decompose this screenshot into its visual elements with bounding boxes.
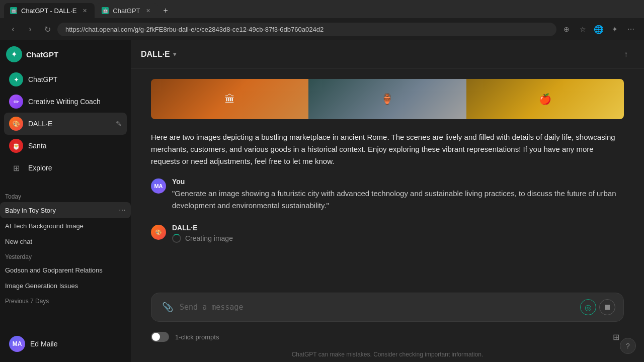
address-bar[interactable]	[57, 23, 556, 36]
history-label-godson: Godson and Godparent Relations	[5, 266, 103, 274]
history-label-new-chat: New chat	[5, 238, 32, 245]
new-tab-button[interactable]: +	[159, 4, 172, 17]
section-today-label: Today	[0, 189, 131, 202]
input-box: 📎 ◎ ⏹	[151, 293, 624, 322]
assistant-sender-label: DALL·E	[172, 224, 624, 232]
tab-label-chatgpt: ChatGPT	[113, 7, 140, 15]
sidebar-item-explore[interactable]: ⊞ Explore	[4, 157, 127, 179]
browser-edge-icon[interactable]: 🌐	[592, 22, 606, 36]
history-more-icon[interactable]: ⋯	[119, 206, 126, 214]
assistant-message-2: 🎨 DALL·E Creating image	[131, 218, 644, 249]
main-header: DALL·E ▾ ↑	[131, 40, 644, 69]
app: ✦ ChatGPT ✦ ChatGPT ✏ Creative Writing C…	[0, 40, 644, 362]
sidebar-item-chatgpt[interactable]: ✦ ChatGPT	[4, 68, 127, 90]
main-content: DALL·E ▾ ↑ 🏛 🏺 🍎 Here are two images dep…	[131, 40, 644, 362]
user-avatar: MA	[9, 336, 25, 352]
user-profile-item[interactable]: MA Ed Maile	[4, 332, 127, 356]
stop-button[interactable]: ⏹	[599, 299, 615, 315]
sidebar-item-creative-writing[interactable]: ✏ Creative Writing Coach	[4, 90, 127, 113]
one-click-toggle[interactable]	[151, 332, 169, 342]
tab-close-chatgpt[interactable]: ✕	[144, 7, 152, 15]
voice-button[interactable]: ◎	[580, 299, 596, 315]
model-name: DALL·E	[141, 50, 170, 59]
sidebar-chatgpt-title: ChatGPT	[26, 50, 58, 59]
sidebar: ✦ ChatGPT ✦ ChatGPT ✏ Creative Writing C…	[0, 40, 131, 362]
creating-image-status: Creating image	[172, 234, 624, 243]
user-message-avatar: MA	[151, 178, 166, 194]
history-item-image-gen[interactable]: Image Generation Issues	[0, 278, 131, 294]
spinner-icon	[172, 234, 181, 243]
history-item-godson[interactable]: Godson and Godparent Relations	[0, 262, 131, 278]
sidebar-header: ✦ ChatGPT	[0, 40, 131, 66]
browser-copilot-button[interactable]: ✦	[608, 22, 622, 36]
history-label-baby-toy-story: Baby in Toy Story	[5, 207, 56, 214]
user-message: MA You "Generate an image showing a futu…	[131, 171, 644, 218]
message-input[interactable]	[180, 302, 576, 313]
history-label-ai-tech: AI Tech Background Image	[5, 222, 84, 230]
tab-label-dalle: ChatGPT - DALL·E	[21, 7, 76, 15]
back-button[interactable]: ‹	[6, 22, 20, 36]
tab-bar: 🤖 ChatGPT - DALL·E ✕ 🤖 ChatGPT ✕ +	[0, 0, 644, 18]
bottom-bar: 1-click prompts ⊞	[131, 326, 644, 349]
user-initials: MA	[13, 340, 22, 347]
disclaimer-text: ChatGPT can make mistakes. Consider chec…	[131, 349, 644, 362]
tab-close-dalle[interactable]: ✕	[80, 7, 89, 15]
assistant-avatar: 🎨	[151, 225, 166, 240]
browser-chrome: 🤖 ChatGPT - DALL·E ✕ 🤖 ChatGPT ✕ + ‹ › ↻…	[0, 0, 644, 40]
tab-chatgpt[interactable]: 🤖 ChatGPT ✕	[96, 3, 158, 18]
export-button[interactable]: ↑	[618, 46, 634, 62]
history-section: Today Baby in Toy Story ⋯ AI Tech Backgr…	[0, 189, 131, 307]
help-button[interactable]: ?	[620, 338, 636, 354]
chatgpt-icon: ✦	[9, 72, 23, 86]
image-strip: 🏛 🏺 🍎	[151, 79, 624, 119]
history-item-baby-toy-story[interactable]: Baby in Toy Story ⋯	[0, 202, 131, 218]
history-item-new-chat[interactable]: New chat	[0, 234, 131, 249]
image-2: 🏺	[308, 79, 466, 119]
image-1: 🏛	[151, 79, 308, 119]
attach-button[interactable]: 📎	[159, 299, 176, 315]
chatgpt-logo-icon: ✦	[6, 46, 22, 62]
image-3: 🍎	[466, 79, 624, 119]
creative-writing-icon: ✏	[9, 95, 23, 109]
sidebar-label-creative-writing: Creative Writing Coach	[28, 98, 101, 106]
assistant-message-content: DALL·E Creating image	[172, 224, 624, 243]
user-msg-initials: MA	[154, 183, 163, 189]
browser-bookmark-button[interactable]: ☆	[576, 22, 590, 36]
history-item-ai-tech[interactable]: AI Tech Background Image ⋯	[0, 218, 131, 234]
sidebar-label-chatgpt: ChatGPT	[28, 75, 57, 83]
sidebar-label-santa: Santa	[28, 142, 47, 150]
user-name: Ed Maile	[30, 340, 57, 348]
assistant-message-1: Here are two images depicting a bustling…	[131, 127, 644, 171]
browser-extensions-button[interactable]: ⊕	[559, 22, 574, 36]
model-selector[interactable]: DALL·E ▾	[141, 50, 176, 59]
sidebar-item-dalle[interactable]: 🎨 DALL·E ✎	[4, 113, 127, 135]
user-sender-label: You	[172, 177, 624, 186]
input-actions: ◎ ⏹	[580, 299, 615, 315]
chat-area: 🏛 🏺 🍎 Here are two images depicting a bu…	[131, 69, 644, 287]
browser-more-button[interactable]: ⋯	[624, 22, 638, 36]
section-yesterday-label: Yesterday	[0, 249, 131, 262]
browser-controls: ‹ › ↻ ⊕ ☆ 🌐 ✦ ⋯	[0, 18, 644, 40]
edit-dalle-icon[interactable]: ✎	[116, 120, 122, 128]
history-label-image-gen: Image Generation Issues	[5, 282, 78, 290]
sidebar-item-santa[interactable]: 🎅 Santa	[4, 135, 127, 157]
forward-button[interactable]: ›	[23, 22, 37, 36]
one-click-label: 1-click prompts	[175, 333, 219, 341]
dalle-icon: 🎨	[9, 117, 23, 131]
refresh-button[interactable]: ↻	[40, 22, 54, 36]
tab-favicon-chatgpt: 🤖	[102, 7, 109, 14]
toggle-knob	[152, 333, 160, 341]
creating-image-label: Creating image	[185, 234, 233, 242]
tab-dalle[interactable]: 🤖 ChatGPT - DALL·E ✕	[4, 3, 95, 18]
section-previous-label: Previous 7 Days	[0, 294, 131, 307]
sidebar-nav: ✦ ChatGPT ✏ Creative Writing Coach 🎨 DAL…	[0, 66, 131, 181]
input-area: 📎 ◎ ⏹	[131, 287, 644, 326]
dropdown-icon: ▾	[173, 51, 176, 58]
explore-icon: ⊞	[9, 161, 23, 175]
santa-icon: 🎅	[9, 139, 23, 153]
sidebar-label-explore: Explore	[28, 164, 52, 172]
sidebar-footer: MA Ed Maile	[0, 328, 131, 362]
tab-favicon-dalle: 🤖	[10, 7, 17, 14]
assistant-text-1: Here are two images depicting a bustling…	[151, 131, 624, 167]
user-message-content: You "Generate an image showing a futuris…	[172, 177, 624, 212]
